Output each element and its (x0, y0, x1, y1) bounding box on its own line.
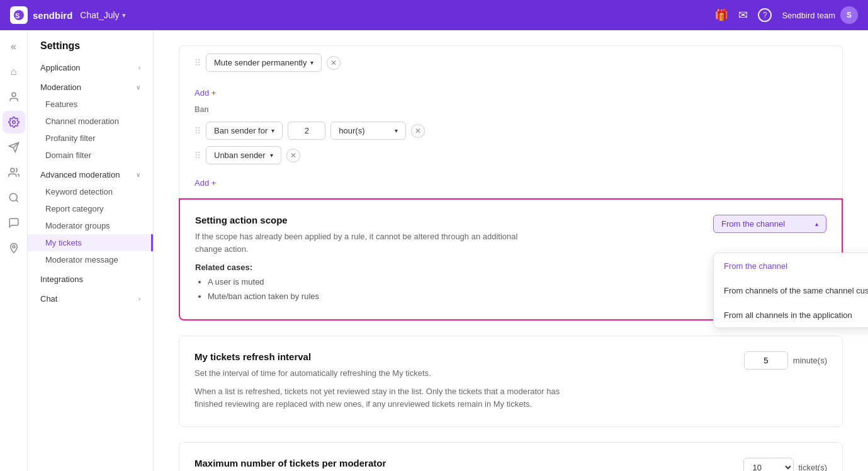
ban-unit-dropdown[interactable]: hour(s) ▾ (330, 122, 406, 140)
sidebar-analytics-icon[interactable] (3, 186, 25, 209)
sidebar-item-domain-filter[interactable]: Domain filter (28, 147, 153, 164)
unban-drag-handle-icon[interactable]: ⠿ (194, 150, 201, 161)
sidebar-item-moderator-groups[interactable]: Moderator groups (28, 217, 153, 234)
app-selector-chevron: ▾ (122, 11, 126, 20)
app-name: Chat_July (80, 10, 119, 20)
ban-duration-input[interactable] (288, 122, 325, 140)
scope-desc: If the scope has already been applied by… (195, 230, 543, 255)
scope-option-all-channels[interactable]: From all channels in the application (714, 303, 868, 327)
sidebar-item-keyword-detection[interactable]: Keyword detection (28, 183, 153, 200)
ban-action-dropdown[interactable]: Ban sender for ▾ (206, 122, 283, 140)
sidebar-section-chat: Chat › (28, 290, 153, 307)
icon-sidebar: « ⌂ (0, 30, 28, 471)
svg-point-2 (12, 93, 16, 96)
max-tickets-unit: ticket(s) (799, 463, 828, 471)
sidebar-home-icon[interactable]: ⌂ (3, 60, 25, 83)
sidebar-item-moderator-message[interactable]: Moderator message (28, 251, 153, 268)
refresh-interval-section: My tickets refresh interval Set the inte… (179, 336, 843, 427)
scope-dropdown-chevron-icon: ▴ (815, 220, 818, 227)
max-tickets-text: Maximum number of tickets per moderator … (194, 458, 574, 471)
unban-action-dropdown[interactable]: Unban sender ▾ (206, 146, 281, 164)
scope-title: Setting action scope (195, 215, 543, 225)
scope-related-list: A user is muted Mute/ban action taken by… (195, 275, 543, 304)
sidebar-chat-icon[interactable] (3, 212, 25, 234)
topbar-right: 🎁 ✉ ? Sendbird team S (714, 6, 858, 24)
ban-drag-handle-icon[interactable]: ⠿ (194, 126, 201, 136)
chevron-chat-icon: › (138, 295, 140, 302)
chevron-application-icon: › (138, 64, 140, 71)
ban-unit-chevron-icon: ▾ (395, 127, 398, 134)
unban-sender-remove-button[interactable]: ✕ (286, 149, 300, 162)
refresh-interval-content: My tickets refresh interval Set the inte… (179, 336, 842, 426)
scope-related-label: Related cases: (195, 263, 543, 272)
sidebar-group-icon[interactable] (3, 161, 25, 184)
mute-add-button[interactable]: Add + (179, 86, 842, 100)
max-tickets-content: Maximum number of tickets per moderator … (179, 443, 842, 471)
sidebar-pin-icon[interactable] (3, 237, 25, 259)
sidebar-item-report-category[interactable]: Report category (28, 200, 153, 217)
svg-point-7 (9, 193, 17, 201)
mute-section: ⠿ Mute sender permanently ▾ ✕ Add + (179, 45, 843, 100)
sidebar-section-header-integrations[interactable]: Integrations (28, 271, 153, 288)
mute-remove-button[interactable]: ✕ (327, 56, 341, 70)
svg-point-9 (13, 246, 15, 248)
ban-sender-remove-button[interactable]: ✕ (411, 124, 425, 138)
sidebar-section-header-application[interactable]: Application › (28, 59, 153, 76)
sidebar-section-header-moderation[interactable]: Moderation ∨ (28, 79, 153, 96)
refresh-interval-title: My tickets refresh interval (194, 351, 574, 362)
refresh-interval-desc2: When a list is refreshed, tickets not ye… (194, 385, 574, 412)
topbar-logo-text: sendbird (33, 10, 72, 21)
gift-icon[interactable]: 🎁 (714, 8, 728, 22)
sidebar-title: Settings (28, 40, 153, 59)
sidebar-section-header-advanced-moderation[interactable]: Advanced moderation ∨ (28, 166, 153, 183)
ban-section: Ban ⠿ Ban sender for ▾ hour(s) ▾ ✕ ⠿ (179, 100, 843, 198)
sidebar-settings-icon[interactable] (3, 111, 25, 133)
main-content: ⠿ Mute sender permanently ▾ ✕ Add + Ban … (154, 30, 868, 471)
scope-dropdown-area: From the channel ▴ From the channel ✓ Fr… (713, 215, 826, 233)
scope-content: Setting action scope If the scope has al… (180, 200, 842, 319)
sidebar-item-profanity-filter[interactable]: Profanity filter (28, 130, 153, 147)
max-tickets-select[interactable]: 10 20 50 (743, 458, 794, 471)
scope-option-from-channel[interactable]: From the channel ✓ (714, 253, 868, 278)
refresh-interval-input[interactable] (744, 351, 788, 370)
sidebar-section-advanced-moderation: Advanced moderation ∨ Keyword detection … (28, 166, 153, 268)
sidebar-section-header-chat[interactable]: Chat › (28, 290, 153, 307)
unban-sender-row: ⠿ Unban sender ▾ ✕ (194, 146, 827, 164)
ban-label: Ban (179, 100, 842, 116)
ban-sender-row: ⠿ Ban sender for ▾ hour(s) ▾ ✕ (194, 122, 827, 140)
svg-line-8 (16, 200, 18, 201)
sidebar-users-icon[interactable] (3, 86, 25, 108)
sidebar-item-channel-moderation[interactable]: Channel moderation (28, 113, 153, 130)
ban-actions-group: ⠿ Ban sender for ▾ hour(s) ▾ ✕ ⠿ Unban s… (179, 116, 842, 176)
mute-action-dropdown[interactable]: Mute sender permanently ▾ (206, 54, 322, 72)
topbar-left: S sendbird Chat_July ▾ (10, 6, 126, 24)
scope-dropdown-label: From the channel (721, 219, 785, 229)
refresh-interval-text: My tickets refresh interval Set the inte… (194, 351, 574, 411)
sidebar-item-my-tickets[interactable]: My tickets (28, 234, 153, 251)
sidebar-item-features[interactable]: Features (28, 96, 153, 113)
scope-option-same-type[interactable]: From channels of the same channel custom… (714, 278, 868, 303)
scope-dropdown-button[interactable]: From the channel ▴ (713, 215, 826, 233)
ban-add-button[interactable]: Add + (179, 176, 842, 190)
mute-action-row: ⠿ Mute sender permanently ▾ ✕ (179, 46, 842, 86)
user-menu[interactable]: Sendbird team S (782, 6, 858, 24)
svg-text:S: S (15, 12, 20, 20)
drag-handle-icon[interactable]: ⠿ (194, 58, 201, 68)
mail-icon[interactable]: ✉ (738, 8, 748, 22)
user-label: Sendbird team (782, 11, 835, 20)
mute-action: ⠿ Mute sender permanently ▾ ✕ (194, 54, 827, 72)
scope-related-item-2: Mute/ban action taken by rules (208, 289, 543, 304)
svg-point-6 (10, 168, 14, 172)
max-tickets-section: Maximum number of tickets per moderator … (179, 442, 843, 471)
refresh-interval-unit: minute(s) (793, 356, 827, 365)
sidebar-send-icon[interactable] (3, 136, 25, 159)
unban-dropdown-chevron-icon: ▾ (270, 152, 273, 159)
svg-point-3 (12, 121, 15, 124)
scope-related-item-1: A user is muted (208, 275, 543, 289)
sidebar-collapse-icon[interactable]: « (3, 35, 25, 58)
app-selector[interactable]: Chat_July ▾ (80, 10, 125, 20)
sendbird-logo-icon: S (10, 6, 28, 24)
refresh-interval-desc1: Set the interval of time for automatical… (194, 367, 574, 380)
left-sidebar: Settings Application › Moderation ∨ Feat… (28, 30, 154, 471)
help-icon[interactable]: ? (758, 8, 772, 22)
